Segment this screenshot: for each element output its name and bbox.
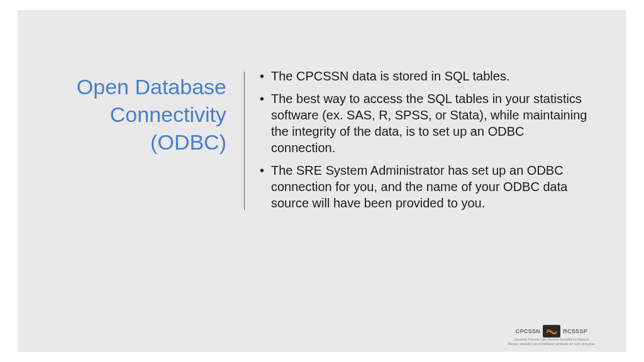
slide-title: Open Database Connectivity (ODBC) (55, 73, 226, 156)
list-item: The best way to access the SQL tables in… (258, 90, 589, 156)
logo-subtitle-1: Canadian Primary Care Sentinel Surveilla… (514, 338, 589, 342)
logo-row: CPCSSN RCSSSP (516, 325, 587, 337)
list-item: The SRE System Administrator has set up … (258, 162, 589, 211)
list-item: The CPCSSN data is stored in SQL tables. (258, 68, 589, 84)
logo-right-acronym: RCSSSP (563, 328, 587, 334)
logo-left-acronym: CPCSSN (516, 328, 540, 334)
footer-logo: CPCSSN RCSSSP Canadian Primary Care Sent… (508, 325, 595, 346)
bullet-list: The CPCSSN data is stored in SQL tables.… (258, 68, 589, 211)
title-column: Open Database Connectivity (ODBC) (55, 67, 244, 156)
content-column: The CPCSSN data is stored in SQL tables.… (245, 67, 589, 217)
slide: Open Database Connectivity (ODBC) The CP… (18, 10, 626, 352)
logo-subtitle-2: Réseau canadien de surveillance sentinel… (508, 343, 595, 346)
monitor-icon (543, 325, 560, 337)
